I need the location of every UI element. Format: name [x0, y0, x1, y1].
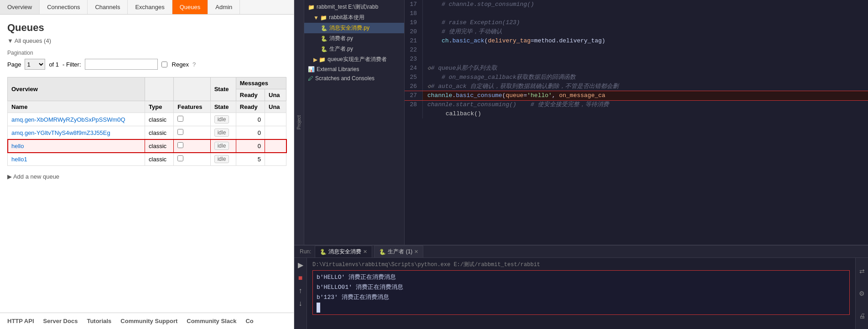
code-line-28: 28 channle.start_consuming() # 使安全接受完整，等…	[405, 100, 868, 109]
code-line-25: 25 # on_message_callback获取数据后的回调函数	[405, 73, 868, 82]
nav-overview[interactable]: Overview	[0, 0, 40, 14]
print-icon[interactable]: 🖨	[858, 311, 867, 321]
header-ready: Ready	[236, 101, 265, 113]
of-label: of 1	[49, 61, 59, 68]
run-output-line-3: b'123' 消费正在消费消息	[317, 293, 846, 303]
run-tab-producer-close[interactable]: ✕	[414, 249, 418, 255]
wrap-icon[interactable]: ⇄	[858, 266, 866, 276]
code-line-27: 27 channle.basic_consume(queue='hello', …	[405, 91, 868, 100]
file-tree-safe-label: 消息安全消费.py	[329, 24, 369, 32]
filter-label: - Filter:	[62, 61, 81, 68]
queue-una	[265, 139, 286, 153]
col-features-header	[174, 77, 210, 101]
file-tree-folder-queue[interactable]: ▶ 📁 queue实现生产者消费者	[304, 54, 404, 65]
add-queue[interactable]: Add a new queue	[7, 173, 286, 180]
code-line-26: 26 ◇# auto_ack 自定确认，获取到数据就确认删除，不管是否出错都会删	[405, 82, 868, 91]
file-tree: 📁 rabbmit_test E:\测试\rabb ▼ 📁 rabbit基本使用…	[304, 0, 405, 245]
table-row[interactable]: helloclassicidle0	[8, 139, 286, 153]
run-tab-safe-close[interactable]: ✕	[363, 249, 367, 255]
queue-name: hello	[8, 139, 145, 153]
py-icon-safe: 🐍	[321, 25, 327, 31]
footer-server-docs[interactable]: Server Docs	[43, 318, 78, 324]
header-type: Type	[145, 101, 174, 113]
pagination-label: Pagination	[7, 50, 286, 56]
file-tree-item-safe[interactable]: 🐍 消息安全消费.py	[304, 23, 404, 33]
folder-icon-queue: ▶ 📁	[313, 57, 326, 63]
queue-type: classic	[145, 113, 174, 126]
header-features: Features	[174, 101, 210, 113]
code-line-18: 18	[405, 9, 868, 18]
all-queues-label: ▼ All queues (4)	[7, 37, 286, 44]
file-tree-scratches-label: Scratches and Consoles	[315, 75, 374, 82]
run-tab-producer-label: 生产者 (1)	[388, 248, 412, 256]
pagination-row: Page 1 of 1 - Filter: Regex ?	[7, 59, 286, 70]
footer-http-api[interactable]: HTTP API	[7, 318, 34, 324]
code-line-callback: callback()	[405, 109, 868, 118]
queue-ready: 0	[236, 139, 265, 153]
nav-exchanges[interactable]: Exchanges	[128, 0, 172, 14]
col-una-header: Una	[265, 89, 286, 101]
stop-button[interactable]: ■	[296, 273, 305, 283]
regex-help[interactable]: ?	[192, 61, 196, 68]
regex-checkbox[interactable]	[161, 62, 167, 67]
nav-admin[interactable]: Admin	[208, 0, 240, 14]
py-icon-producer: 🐍	[321, 46, 327, 52]
col-name: Overview	[8, 77, 145, 101]
table-row[interactable]: hello1classicidle5	[8, 153, 286, 166]
up-button[interactable]: ↑	[297, 286, 304, 296]
file-tree-consumer-label: 消费者.py	[329, 35, 353, 42]
content-area: Queues ▼ All queues (4) Pagination Page …	[0, 15, 294, 313]
run-tab-producer[interactable]: 🐍 生产者 (1) ✕	[374, 246, 423, 257]
queue-ready: 5	[236, 153, 265, 166]
table-row[interactable]: amq.gen-XbOMRWyRZyObSxPpSSWm0Qclassicidl…	[8, 113, 286, 126]
code-line-23: 23	[405, 55, 868, 64]
queue-table: Overview State Messages Ready Una Name T…	[7, 77, 286, 166]
footer-community-support[interactable]: Community Support	[120, 318, 177, 324]
code-line-17: 17 # channle.stop_consuming()	[405, 0, 868, 9]
run-tab-safe-icon: 🐍	[320, 249, 327, 255]
run-panel: Run: 🐍 消息安全消费 ✕ 🐍 生产者 (1) ✕ ▶ ■ ↑ ↓	[294, 245, 868, 329]
right-panel: Project 📁 rabbmit_test E:\测试\rabb ▼ 📁 ra…	[294, 0, 868, 329]
nav-channels[interactable]: Channels	[88, 0, 128, 14]
nav-connections[interactable]: Connections	[40, 0, 88, 14]
col-ready-header: Ready	[236, 89, 265, 101]
rerun-button[interactable]: ▶	[296, 260, 305, 270]
header-una: Una	[265, 101, 286, 113]
file-tree-root[interactable]: 📁 rabbmit_test E:\测试\rabb	[304, 2, 404, 12]
code-line-22: 22	[405, 46, 868, 55]
run-cursor-line	[317, 303, 846, 313]
queue-state: idle	[210, 153, 236, 166]
lib-icon: 📊	[308, 66, 315, 72]
run-tab-producer-icon: 🐍	[379, 249, 386, 255]
file-tree-folder-basic[interactable]: ▼ 📁 rabbit基本使用	[304, 12, 404, 23]
file-tree-ext-lib-label: External Libraries	[317, 66, 359, 72]
nav-queues[interactable]: Queues	[172, 0, 208, 14]
code-editor[interactable]: 17 # channle.stop_consuming() 18 19 # ra…	[405, 0, 868, 245]
footer-community-slack[interactable]: Community Slack	[187, 318, 236, 324]
code-line-19: 19 # raise Exception(123)	[405, 18, 868, 27]
run-label: Run:	[298, 247, 315, 257]
queue-ready: 0	[236, 113, 265, 126]
run-tab-safe[interactable]: 🐍 消息安全消费 ✕	[315, 246, 372, 257]
down-button[interactable]: ↓	[297, 298, 304, 308]
code-line-20: 20 # 使用完毕，手动确认	[405, 27, 868, 36]
file-tree-root-label: rabbmit_test E:\测试\rabb	[317, 3, 378, 11]
file-tree-scratches[interactable]: 🖊 Scratches and Consoles	[304, 74, 404, 83]
page-select[interactable]: 1	[25, 59, 45, 70]
col-state-header: State	[210, 77, 236, 101]
file-tree-folder-queue-label: queue实现生产者消费者	[327, 56, 386, 63]
queue-features	[174, 153, 210, 166]
file-tree-ext-lib[interactable]: 📊 External Libraries	[304, 65, 404, 74]
queue-features	[174, 126, 210, 139]
regex-label: Regex	[172, 61, 189, 68]
file-tree-item-producer[interactable]: 🐍 生产者.py	[304, 44, 404, 54]
ide-top: Project 📁 rabbmit_test E:\测试\rabb ▼ 📁 ra…	[294, 0, 868, 245]
filter-input[interactable]	[85, 59, 158, 70]
settings-icon[interactable]: ⚙	[858, 288, 866, 298]
table-row[interactable]: amq.gen-YGltvTNyS4w8f9mZ3J55Egclassicidl…	[8, 126, 286, 139]
py-icon-consumer: 🐍	[321, 36, 327, 42]
footer-tutorials[interactable]: Tutorials	[87, 318, 111, 324]
file-tree-item-consumer[interactable]: 🐍 消费者.py	[304, 33, 404, 44]
header-name: Name	[8, 101, 145, 113]
footer-co[interactable]: Co	[245, 318, 253, 324]
